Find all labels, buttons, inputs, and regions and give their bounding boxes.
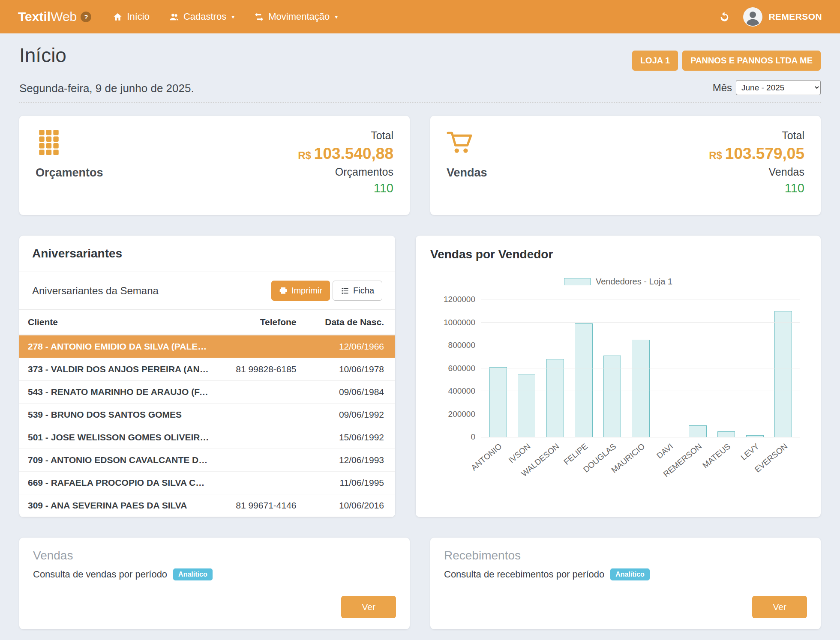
y-axis-tick: 800000 xyxy=(448,341,481,350)
chevron-down-icon: ▾ xyxy=(231,13,234,20)
chart-bar xyxy=(489,367,507,437)
card-name: Orçamentos xyxy=(36,166,103,179)
refresh-icon[interactable] xyxy=(719,11,730,23)
table-row[interactable]: 709 - ANTONIO EDSON CAVALCANTE DAN...12/… xyxy=(19,449,395,472)
home-icon xyxy=(113,12,123,22)
report-title: Recebimentos xyxy=(444,549,807,562)
transfer-arrows-icon xyxy=(254,12,264,22)
chart-bar xyxy=(717,431,735,437)
printer-icon xyxy=(279,287,288,295)
username: REMERSON xyxy=(768,12,822,22)
ficha-button[interactable]: Ficha xyxy=(333,281,382,301)
calculator-icon xyxy=(36,129,103,156)
list-icon xyxy=(341,287,349,295)
users-icon xyxy=(169,12,179,22)
analitico-badge: Analítico xyxy=(610,568,650,580)
legend-swatch[interactable] xyxy=(564,278,591,285)
birthdays-title: Aniversariantes xyxy=(19,236,395,272)
report-description: Consulta de vendas por período xyxy=(33,569,167,580)
nav-item-label: Cadastros xyxy=(183,11,226,22)
orcamentos-summary-card: Orçamentos Total R$103.540,88 Orçamentos… xyxy=(19,116,410,215)
chart-bar xyxy=(689,425,706,437)
nav-item-label: Início xyxy=(127,11,150,22)
table-row[interactable]: 669 - RAFAELA PROCOPIO DA SILVA CARV...1… xyxy=(19,472,395,494)
y-axis-tick: 1000000 xyxy=(444,318,481,327)
nav-item-inicio[interactable]: Início xyxy=(113,11,150,22)
recebimentos-report-card: Recebimentos Consulta de recebimentos po… xyxy=(430,538,821,629)
brand-text-light: Web xyxy=(51,9,77,24)
vendas-report-card: Vendas Consulta de vendas por período An… xyxy=(19,538,410,629)
chart-bar xyxy=(774,311,792,437)
count-value: 110 xyxy=(709,181,804,195)
brand-text-bold: Textil xyxy=(18,9,51,24)
count-value: 110 xyxy=(298,181,393,195)
report-title: Vendas xyxy=(33,549,396,562)
sales-by-seller-card: Vendas por Vendedor Vendedores - Loja 1 … xyxy=(416,236,821,517)
chart-x-labels: ANTONIOIVSONWALDESONFELIPEDOUGLASMAURICI… xyxy=(481,437,800,472)
nav-item-label: Movimentação xyxy=(268,11,330,22)
navbar: TextilWeb ? Início Cadastros ▾ Movimenta… xyxy=(0,0,840,33)
chart-bar xyxy=(546,359,564,437)
nav-item-cadastros[interactable]: Cadastros ▾ xyxy=(169,11,234,22)
user-menu[interactable]: REMERSON xyxy=(743,7,822,27)
legend-label[interactable]: Vendedores - Loja 1 xyxy=(596,277,672,287)
shopping-cart-icon xyxy=(447,129,487,156)
y-axis-tick: 600000 xyxy=(448,364,481,373)
card-name: Vendas xyxy=(447,166,487,179)
current-date: Segunda-feira, 9 de junho de 2025. xyxy=(19,82,194,95)
total-label: Total xyxy=(298,129,393,142)
birthdays-card: Aniversariantes Aniversariantes da Seman… xyxy=(19,236,395,517)
analitico-badge: Analítico xyxy=(173,568,213,580)
total-value: 103.579,05 xyxy=(725,145,804,162)
ver-vendas-button[interactable]: Ver xyxy=(341,596,396,618)
col-telefone: Telefone xyxy=(219,310,305,335)
total-label: Total xyxy=(709,129,804,142)
nav-item-movimentacao[interactable]: Movimentação ▾ xyxy=(254,11,338,22)
report-description: Consulta de recebimentos por período xyxy=(444,569,604,580)
chevron-down-icon: ▾ xyxy=(335,13,338,20)
gridline xyxy=(481,322,800,323)
ver-recebimentos-button[interactable]: Ver xyxy=(752,596,807,618)
table-row[interactable]: 309 - ANA SEVERINA PAES DA SILVA81 99671… xyxy=(19,494,395,517)
gridline xyxy=(481,414,800,414)
table-row[interactable]: 539 - BRUNO DOS SANTOS GOMES09/06/1992 xyxy=(19,404,395,426)
y-axis-tick: 400000 xyxy=(448,386,481,396)
col-cliente: Cliente xyxy=(19,310,219,335)
count-label: Orçamentos xyxy=(298,166,393,178)
chart-plot-area: 020000040000060000080000010000001200000 xyxy=(481,299,800,437)
x-axis-label: DAVI xyxy=(655,442,675,461)
brand-logo[interactable]: TextilWeb ? xyxy=(18,9,91,24)
count-label: Vendas xyxy=(709,166,804,178)
table-row[interactable]: 543 - RENATO MARINHO DE ARAUJO (FAZ...09… xyxy=(19,381,395,404)
chart-bar xyxy=(518,374,535,437)
gridline xyxy=(481,368,800,368)
table-row[interactable]: 501 - JOSE WELISSON GOMES OLIVEIRA (...1… xyxy=(19,426,395,449)
x-axis-label: LEVY xyxy=(739,442,761,462)
help-icon[interactable]: ? xyxy=(81,12,91,22)
avatar xyxy=(743,7,762,27)
page-title: Início xyxy=(19,44,66,67)
month-label: Mês xyxy=(713,82,732,94)
birthdays-subtitle: Aniversariantes da Semana xyxy=(32,285,159,297)
total-value: 103.540,88 xyxy=(314,145,393,162)
y-axis-tick: 200000 xyxy=(448,410,481,419)
table-row[interactable]: 373 - VALDIR DOS ANJOS PEREIRA (ANGE...8… xyxy=(19,358,395,381)
store-button[interactable]: LOJA 1 xyxy=(632,51,678,71)
x-axis-label: ANTONIO xyxy=(469,442,504,473)
month-select[interactable]: June - 2025 xyxy=(736,80,821,95)
chart-bars xyxy=(481,299,800,437)
birthdays-table: Cliente Telefone Data de Nasc. 278 - ANT… xyxy=(19,310,395,517)
currency: R$ xyxy=(298,150,311,161)
gridline xyxy=(481,345,800,345)
chart-bar xyxy=(632,340,649,437)
print-button[interactable]: Imprimir xyxy=(271,281,330,301)
birthday-table-body: 278 - ANTONIO EMIDIO DA SILVA (PALEST...… xyxy=(19,335,395,517)
table-row[interactable]: 278 - ANTONIO EMIDIO DA SILVA (PALEST...… xyxy=(19,335,395,358)
gridline xyxy=(481,391,800,391)
main-menu: Início Cadastros ▾ Movimentação ▾ xyxy=(113,11,338,22)
y-axis-tick: 1200000 xyxy=(444,295,481,304)
company-button[interactable]: PANNOS E PANNOS LTDA ME xyxy=(682,51,821,71)
col-data-nasc: Data de Nasc. xyxy=(305,310,395,335)
vendas-summary-card: Vendas Total R$103.579,05 Vendas 110 xyxy=(430,116,821,215)
bar-chart: Vendedores - Loja 1 02000004000006000008… xyxy=(430,277,806,472)
